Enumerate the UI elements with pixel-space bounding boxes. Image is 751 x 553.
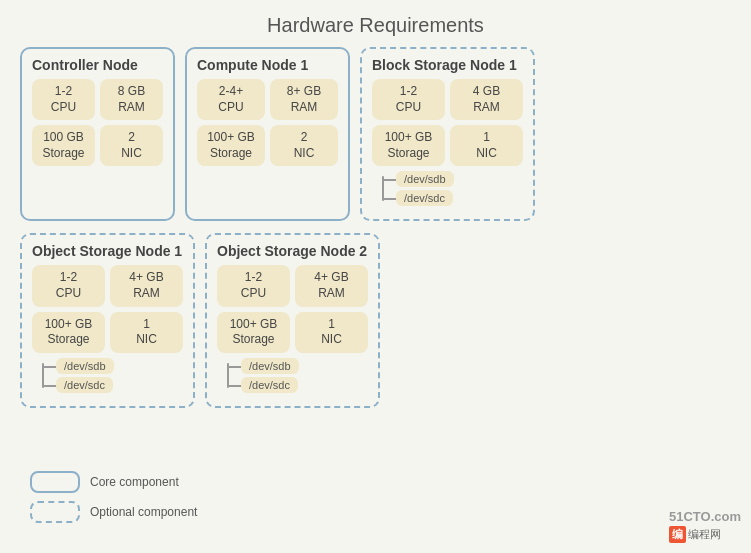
object2-dev-sdb-label: /dev/sdb: [241, 358, 299, 374]
object2-dev-sdb: /dev/sdb: [241, 358, 368, 374]
main-layout: Controller Node 1-2CPU 8 GBRAM 100 GBSto…: [0, 47, 751, 408]
object1-dev-sdc-label: /dev/sdc: [56, 377, 113, 393]
legend-core-box: [30, 471, 80, 493]
compute-storage: 100+ GBStorage: [197, 125, 265, 166]
object1-storage: 100+ GBStorage: [32, 312, 105, 353]
object1-dev-sdc: /dev/sdc: [56, 377, 183, 393]
object1-cpu: 1-2CPU: [32, 265, 105, 306]
object2-dev-list: /dev/sdb /dev/sdc: [227, 358, 368, 393]
controller-node-title: Controller Node: [32, 57, 163, 73]
object-storage-node1: Object Storage Node 1 1-2CPU 4+ GBRAM 10…: [20, 233, 195, 407]
object1-dev-sdb: /dev/sdb: [56, 358, 183, 374]
block-storage-spec-grid: 1-2CPU 4 GBRAM 100+ GBStorage 1NIC: [372, 79, 523, 166]
legend-optional-label: Optional component: [90, 505, 197, 519]
object2-dev-sdc-label: /dev/sdc: [241, 377, 298, 393]
object2-storage: 100+ GBStorage: [217, 312, 290, 353]
controller-ram: 8 GBRAM: [100, 79, 163, 120]
block-cpu: 1-2CPU: [372, 79, 445, 120]
block-dev-sdb-label: /dev/sdb: [396, 171, 454, 187]
compute-ram: 8+ GBRAM: [270, 79, 338, 120]
legend: Core component Optional component: [30, 471, 197, 523]
object2-spec-grid: 1-2CPU 4+ GBRAM 100+ GBStorage 1NIC: [217, 265, 368, 352]
controller-nic: 2NIC: [100, 125, 163, 166]
controller-cpu: 1-2CPU: [32, 79, 95, 120]
object2-dev-sdc: /dev/sdc: [241, 377, 368, 393]
block-storage-node-title: Block Storage Node 1: [372, 57, 523, 73]
legend-optional-box: [30, 501, 80, 523]
block-dev-sdb: /dev/sdb: [396, 171, 523, 187]
object-storage-node2: Object Storage Node 2 1-2CPU 4+ GBRAM 10…: [205, 233, 380, 407]
object1-dev-list: /dev/sdb /dev/sdc: [42, 358, 183, 393]
block-storage: 100+ GBStorage: [372, 125, 445, 166]
page-title: Hardware Requirements: [0, 0, 751, 37]
object1-nic: 1NIC: [110, 312, 183, 353]
compute-cpu: 2-4+CPU: [197, 79, 265, 120]
object1-dev-sdb-label: /dev/sdb: [56, 358, 114, 374]
watermark: 51CTO.com 编 编程网: [669, 509, 741, 543]
compute-spec-grid: 2-4+CPU 8+ GBRAM 100+ GBStorage 2NIC: [197, 79, 338, 166]
object1-ram: 4+ GBRAM: [110, 265, 183, 306]
object2-cpu: 1-2CPU: [217, 265, 290, 306]
block-dev-list: /dev/sdb /dev/sdc: [382, 171, 523, 206]
compute-node-title: Compute Node 1: [197, 57, 338, 73]
controller-storage: 100 GBStorage: [32, 125, 95, 166]
top-row: Controller Node 1-2CPU 8 GBRAM 100 GBSto…: [20, 47, 731, 221]
controller-spec-grid: 1-2CPU 8 GBRAM 100 GBStorage 2NIC: [32, 79, 163, 166]
legend-core-label: Core component: [90, 475, 179, 489]
block-dev-sdc-label: /dev/sdc: [396, 190, 453, 206]
legend-core: Core component: [30, 471, 197, 493]
bottom-row: Object Storage Node 1 1-2CPU 4+ GBRAM 10…: [20, 233, 731, 407]
object2-nic: 1NIC: [295, 312, 368, 353]
compute-node: Compute Node 1 2-4+CPU 8+ GBRAM 100+ GBS…: [185, 47, 350, 221]
object2-title: Object Storage Node 2: [217, 243, 368, 259]
object1-spec-grid: 1-2CPU 4+ GBRAM 100+ GBStorage 1NIC: [32, 265, 183, 352]
object2-ram: 4+ GBRAM: [295, 265, 368, 306]
block-nic: 1NIC: [450, 125, 523, 166]
block-dev-sdc: /dev/sdc: [396, 190, 523, 206]
block-storage-node: Block Storage Node 1 1-2CPU 4 GBRAM 100+…: [360, 47, 535, 221]
object1-title: Object Storage Node 1: [32, 243, 183, 259]
compute-nic: 2NIC: [270, 125, 338, 166]
controller-node: Controller Node 1-2CPU 8 GBRAM 100 GBSto…: [20, 47, 175, 221]
block-ram: 4 GBRAM: [450, 79, 523, 120]
legend-optional: Optional component: [30, 501, 197, 523]
